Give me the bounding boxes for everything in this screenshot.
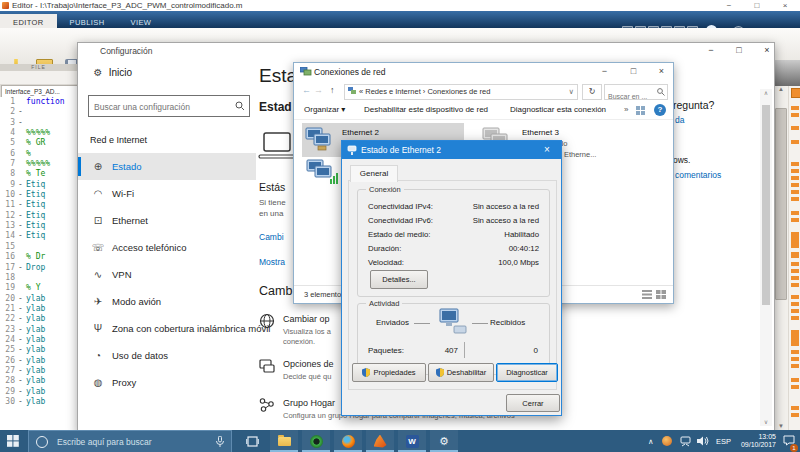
matlab-titlebar[interactable]: Editor - I:\Trabajo\Interface_P3_ADC_PWM… <box>0 0 800 11</box>
sharing-options-link[interactable]: Opciones de <box>283 359 334 369</box>
breadcrumb[interactable]: « Redes e Internet › Conexiones de red ∨ <box>344 84 578 100</box>
taskbar-search-input[interactable] <box>55 436 216 448</box>
word-button[interactable]: W <box>398 430 426 452</box>
green-app-button[interactable] <box>302 430 330 452</box>
analyzer-warning-mark[interactable] <box>791 413 799 417</box>
refresh-icon[interactable]: ↻ <box>582 84 602 100</box>
adapter-options-link[interactable]: Cambiar op <box>283 314 330 324</box>
explorer-maximize-button[interactable]: □ <box>625 64 642 79</box>
details-button[interactable]: Detalles... <box>370 270 428 289</box>
send-feedback-link[interactable]: comentarios <box>675 170 721 180</box>
analyzer-warning-mark[interactable] <box>791 364 799 368</box>
diagnose-button[interactable]: Diagnosticar <box>496 363 558 382</box>
analyzer-warning-mark[interactable] <box>791 295 799 299</box>
dialog-close-button[interactable]: × <box>533 141 561 159</box>
editor-scrollbar-thumb[interactable] <box>775 108 787 300</box>
analyzer-warning-mark[interactable] <box>791 252 799 258</box>
help-icon[interactable]: ? <box>654 104 666 116</box>
analyzer-warning-mark[interactable] <box>791 316 799 320</box>
settings-close-button[interactable]: × <box>760 43 774 57</box>
sidebar-item[interactable]: ΨZona con cobertura inalámbrica móvil <box>78 315 256 342</box>
analyzer-warning-mark[interactable] <box>791 276 799 280</box>
get-help-link[interactable]: da <box>675 115 684 125</box>
matlab-maximize-button[interactable]: □ <box>748 0 766 11</box>
analyzer-warning-mark[interactable] <box>791 211 799 215</box>
analyzer-warning-mark[interactable] <box>791 113 799 117</box>
explorer-search-box[interactable] <box>604 84 668 100</box>
scroll-up-icon[interactable]: ∧ <box>760 89 772 96</box>
sidebar-item[interactable]: ∿VPN <box>78 261 256 288</box>
sidebar-item[interactable]: ◔Uso de datos <box>78 342 256 369</box>
back-icon[interactable]: ← <box>302 85 311 95</box>
analyzer-warning-mark[interactable] <box>791 283 799 287</box>
chevron-down-icon[interactable]: ∨ <box>569 85 575 98</box>
sidebar-item[interactable]: ⊕Estado <box>78 153 256 180</box>
analyzer-warning-mark[interactable] <box>791 232 799 248</box>
settings-search-box[interactable] <box>88 95 250 117</box>
disable-device-button[interactable]: Deshabilitar este dispositivo de red <box>364 105 488 114</box>
properties-button[interactable]: Propiedades <box>352 363 426 382</box>
sidebar-item[interactable]: ◍Proxy <box>78 369 256 396</box>
analyzer-warning-mark[interactable] <box>791 106 799 110</box>
sidebar-item[interactable]: ✈Modo avión <box>78 288 256 315</box>
analyzer-warning-mark[interactable] <box>791 330 799 346</box>
diagnose-connection-button[interactable]: Diagnosticar esta conexión <box>510 105 606 114</box>
tab-general[interactable]: General <box>350 165 398 182</box>
action-center-button[interactable]: 1 <box>778 430 800 452</box>
taskbar-search-box[interactable] <box>28 430 232 452</box>
homegroup-link[interactable]: Grupo Hogar <box>283 398 335 408</box>
scroll-down-icon[interactable]: ∨ <box>760 418 772 425</box>
firefox-button[interactable] <box>334 430 362 452</box>
analyzer-warning-mark[interactable] <box>791 169 799 173</box>
tray-app-button[interactable] <box>658 430 676 452</box>
analyzer-warning-mark[interactable] <box>791 162 799 166</box>
dialog-titlebar[interactable]: Estado de Ethernet 2 × <box>342 141 561 159</box>
analyzer-warning-mark[interactable] <box>791 183 799 187</box>
organize-menu[interactable]: Organizar ▾ <box>304 105 345 114</box>
volume-button[interactable] <box>694 430 712 452</box>
analyzer-warning-mark[interactable] <box>791 126 799 130</box>
explorer-minimize-button[interactable]: − <box>596 64 613 79</box>
analyzer-warning-mark[interactable] <box>791 197 799 201</box>
start-button[interactable] <box>0 430 26 452</box>
explorer-close-button[interactable]: × <box>653 64 670 79</box>
analyzer-warning-mark[interactable] <box>791 218 799 222</box>
file-explorer-button[interactable] <box>270 430 298 452</box>
matlab-button[interactable] <box>366 430 394 452</box>
sidebar-item-home[interactable]: ⚙ Inicio <box>90 67 132 78</box>
code-editor[interactable]: 1function2-3-4%%%%%5% GR6%7%%%%%8% Te9-E… <box>0 97 77 430</box>
up-icon[interactable]: ↑ <box>330 85 335 95</box>
breadcrumb-item[interactable]: Conexiones de red <box>427 87 490 96</box>
tray-chevron-icon[interactable]: ∧ <box>648 437 654 446</box>
tray-network-button[interactable] <box>676 430 694 452</box>
explorer-titlebar[interactable]: Conexiones de red − □ × <box>294 63 673 81</box>
connection-item-icon-only[interactable] <box>306 159 340 191</box>
change-connection-properties-link[interactable]: Cambi <box>259 232 284 242</box>
scroll-up-icon[interactable]: ▲ <box>774 86 788 92</box>
sidebar-item[interactable]: ⊡Ethernet <box>78 207 256 234</box>
task-view-button[interactable] <box>238 430 266 452</box>
forward-icon[interactable]: → <box>314 85 323 95</box>
show-available-networks-link[interactable]: Mostra <box>259 257 285 267</box>
view-options-icon[interactable] <box>636 106 647 116</box>
analyzer-warning-mark[interactable] <box>791 350 799 354</box>
list-view-icon[interactable] <box>642 290 652 299</box>
microphone-icon[interactable] <box>216 436 224 448</box>
matlab-close-button[interactable]: × <box>776 0 794 11</box>
clock[interactable]: 13:05 09/10/2017 <box>738 433 776 449</box>
language-indicator[interactable]: ESP <box>716 437 731 446</box>
analyzer-warning-mark[interactable] <box>791 140 799 144</box>
analyzer-warning-mark[interactable] <box>791 262 799 266</box>
sidebar-item[interactable]: ◠Wi-Fi <box>78 180 256 207</box>
settings-search-input[interactable] <box>89 97 234 117</box>
analyzer-warning-mark[interactable] <box>791 309 799 313</box>
analyzer-warning-mark[interactable] <box>791 190 799 194</box>
settings-taskbar-button[interactable]: ⚙ <box>430 430 458 452</box>
analyzer-warning-mark[interactable] <box>791 269 799 273</box>
analyzer-warning-mark[interactable] <box>791 385 799 389</box>
settings-minimize-button[interactable]: − <box>704 43 718 57</box>
more-commands-chevron[interactable]: » <box>624 105 628 114</box>
sidebar-item[interactable]: ☏Acceso telefónico <box>78 234 256 261</box>
disable-button[interactable]: Deshabilitar <box>428 363 494 382</box>
settings-scrollbar-thumb[interactable] <box>762 105 770 305</box>
